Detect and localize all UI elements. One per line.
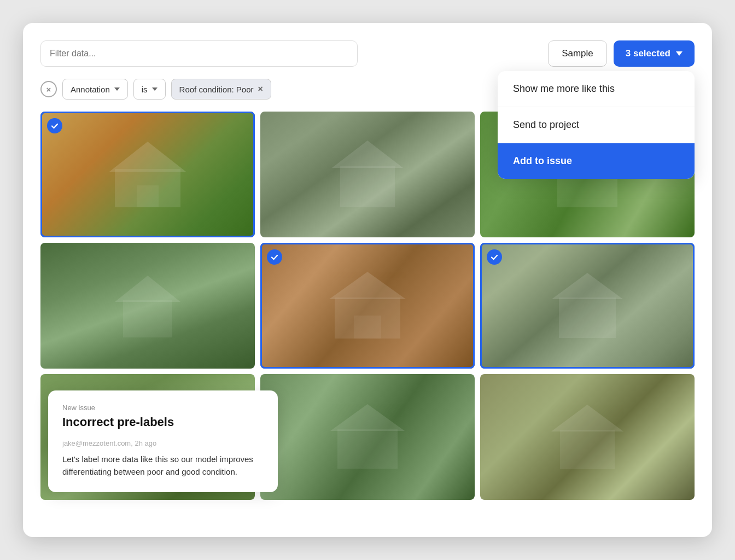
selected-button[interactable]: 3 selected <box>614 40 695 67</box>
svg-rect-7 <box>123 300 172 337</box>
is-label: is <box>142 85 148 94</box>
svg-rect-2 <box>137 185 159 207</box>
selected-count-label: 3 selected <box>626 48 670 59</box>
house-overlay-2 <box>260 112 475 237</box>
svg-marker-13 <box>552 273 623 299</box>
image-cell-1[interactable] <box>40 112 255 237</box>
tag-close-icon[interactable]: × <box>258 84 263 94</box>
filter-input[interactable] <box>40 40 358 67</box>
house-overlay-9 <box>480 374 695 500</box>
annotation-label: Annotation <box>71 85 110 94</box>
filter-close-button[interactable]: × <box>40 81 57 97</box>
annotation-chevron-icon <box>114 88 120 91</box>
top-right-controls: Sample 3 selected Show me more like this… <box>548 40 695 67</box>
svg-rect-12 <box>559 298 616 338</box>
dropdown-menu: Show me more like this Send to project A… <box>498 71 695 179</box>
house-overlay-5 <box>260 243 475 369</box>
chevron-down-icon <box>676 51 682 56</box>
image-cell-8[interactable] <box>260 374 475 500</box>
dropdown-item-show-more[interactable]: Show me more like this <box>498 71 695 107</box>
svg-marker-19 <box>551 405 623 431</box>
house-overlay-4 <box>40 243 255 369</box>
sample-button[interactable]: Sample <box>548 40 607 67</box>
top-bar: Sample 3 selected Show me more like this… <box>40 40 695 67</box>
svg-rect-18 <box>560 430 615 469</box>
house-overlay-8 <box>260 374 475 500</box>
svg-marker-17 <box>330 404 405 431</box>
image-cell-4[interactable] <box>40 243 255 369</box>
svg-rect-3 <box>340 166 395 207</box>
dropdown-item-send-project[interactable]: Send to project <box>498 107 695 143</box>
annotation-filter-pill[interactable]: Annotation <box>62 79 128 100</box>
check-badge-5 <box>267 249 282 265</box>
svg-marker-1 <box>109 142 186 172</box>
issue-type-label: New issue <box>62 404 264 412</box>
svg-rect-16 <box>337 429 398 469</box>
svg-marker-10 <box>329 272 406 299</box>
is-chevron-icon <box>152 88 158 91</box>
issue-title: Incorrect pre-labels <box>62 415 264 429</box>
image-cell-2[interactable] <box>260 112 475 237</box>
check-badge-1 <box>47 118 62 133</box>
house-overlay-1 <box>40 112 255 237</box>
is-filter-pill[interactable]: is <box>133 79 166 100</box>
roof-condition-tag[interactable]: Roof condition: Poor × <box>171 79 271 100</box>
issue-meta: jake@mezzotent.com, 2h ago <box>62 439 264 447</box>
svg-rect-11 <box>354 316 381 339</box>
dropdown-item-add-issue[interactable]: Add to issue <box>498 143 695 179</box>
tag-label: Roof condition: Poor <box>179 85 254 94</box>
svg-marker-4 <box>332 141 403 168</box>
image-cell-9[interactable] <box>480 374 695 500</box>
image-cell-5[interactable] <box>260 243 475 369</box>
svg-marker-8 <box>115 276 180 302</box>
image-cell-6[interactable] <box>480 243 695 369</box>
check-badge-6 <box>487 249 502 265</box>
app-window: Sample 3 selected Show me more like this… <box>23 23 712 537</box>
issue-card: New issue Incorrect pre-labels jake@mezz… <box>48 390 278 493</box>
house-overlay-6 <box>480 243 695 369</box>
issue-body: Let's label more data like this so our m… <box>62 453 264 479</box>
